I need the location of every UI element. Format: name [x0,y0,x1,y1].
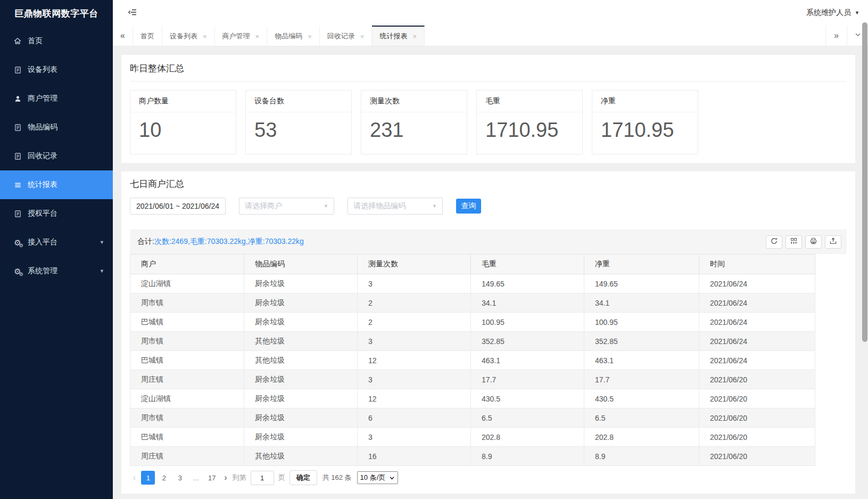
table-cell: 17.7 [471,370,584,389]
sidebar-item-access-platform[interactable]: ⚙⚙ 接入平台 ▼ [0,228,113,257]
table-cell: 周庄镇 [130,370,244,389]
table-cell: 34.1 [471,293,584,313]
sidebar: 巨鼎物联网数字平台 首页 设备列表 商户管理 物品编码 回收记录 统计报表 授权… [0,0,113,499]
table-toolbar: 合计: 次数:2469,毛重:70303.22kg,净重:70303.22kg [130,230,847,254]
table-cell: 17.7 [584,370,699,389]
item-code-select[interactable]: 请选择物品编码 ▼ [348,198,443,215]
user-menu[interactable]: 系统维护人员 ▼ [806,8,859,18]
page-button-3[interactable]: 3 [173,471,187,485]
page-size-select[interactable]: 10 条/页 [357,471,399,484]
table-cell: 12 [358,351,471,370]
yesterday-summary-card: 昨日整体汇总 商户数量 10 设备台数 53 测量次数 231 毛重 1710.… [121,55,855,163]
sidebar-item-merchant-management[interactable]: 商户管理 [0,84,113,113]
column-header-5: 时间 [699,255,815,274]
table-row-7: 周市镇厨余垃圾66.56.52021/06/20 [130,408,815,428]
sidebar-item-recycle-records[interactable]: 回收记录 [0,142,113,170]
table-cell: 2021/06/24 [699,332,815,351]
main-area: 系统维护人员 ▼ « 首页 设备列表 × 商户管理 × 物品编码 × 回收记录 … [113,0,868,499]
table-cell: 8.9 [584,447,699,466]
refresh-icon [770,237,778,247]
tabs-scroll-right-button[interactable]: » [825,26,847,46]
pagination-ellipsis: ... [189,471,203,485]
table-cell: 2021/06/20 [699,408,815,428]
table-cell: 2021/06/20 [699,389,815,408]
open-tabs: 首页 设备列表 × 商户管理 × 物品编码 × 回收记录 × 统计报表 × [133,26,825,46]
table-row-6: 淀山湖镇厨余垃圾12430.5430.52021/06/20 [130,389,815,408]
toolbar-buttons [766,235,841,249]
sidebar-item-home[interactable]: 首页 [0,27,113,55]
print-button[interactable] [805,235,822,249]
menu-icon [13,180,22,190]
table-cell: 3 [358,370,471,389]
vertical-scrollbar[interactable] [862,22,867,342]
search-button[interactable]: 查询 [456,199,481,214]
prev-page-button[interactable]: ‹ [132,473,137,482]
table-cell: 周庄镇 [130,447,244,466]
table-cell: 352.85 [584,332,699,351]
close-icon[interactable]: × [255,32,260,40]
column-header-4: 净重 [584,255,699,274]
table-cell: 淀山湖镇 [130,389,244,408]
chevron-down-icon: ▼ [432,203,437,209]
table-cell: 厨余垃圾 [244,274,358,293]
tab-item-code[interactable]: 物品编码 × [267,26,320,46]
gears-icon: ⚙⚙ [13,238,22,247]
column-header-3: 毛重 [471,255,584,274]
table-cell: 周市镇 [130,408,244,428]
home-icon [13,36,22,46]
collapse-menu-icon [128,8,137,18]
table-cell: 352.85 [471,332,584,351]
tab-recycle-records[interactable]: 回收记录 × [320,26,373,46]
page-button-17[interactable]: 17 [205,471,219,485]
export-button[interactable] [825,235,841,249]
tab-statistics-report[interactable]: 统计报表 × [372,26,425,46]
sidebar-item-authorized-platform[interactable]: 授权平台 [0,199,113,228]
table-cell: 其他垃圾 [244,332,358,351]
table-cell: 8.9 [471,447,584,466]
table-cell: 厨余垃圾 [244,428,358,447]
table-cell: 巴城镇 [130,351,244,370]
refresh-button[interactable] [766,235,782,249]
date-range-input[interactable] [130,198,226,215]
table-row-9: 周庄镇其他垃圾168.98.92021/06/20 [130,447,815,466]
close-icon[interactable]: × [360,32,365,40]
stat-card-2: 测量次数 231 [361,90,467,154]
table-cell: 2021/06/24 [699,274,815,293]
sidebar-item-device-list[interactable]: 设备列表 [0,55,113,84]
table-cell: 3 [358,274,471,293]
table-cell: 463.1 [584,351,699,370]
stat-card-0: 商户数量 10 [130,90,236,154]
column-header-2: 测量次数 [358,255,471,274]
sidebar-item-item-code[interactable]: 物品编码 [0,113,113,142]
table-cell: 其他垃圾 [244,447,358,466]
collapse-sidebar-button[interactable] [128,8,137,18]
page-button-2[interactable]: 2 [157,471,171,485]
page-unit-label: 页 [278,473,285,482]
table-cell: 100.95 [471,313,584,332]
page-button-1[interactable]: 1 [141,471,155,485]
sidebar-item-statistics-report[interactable]: 统计报表 [0,170,113,199]
tab-home[interactable]: 首页 [133,26,162,46]
close-icon[interactable]: × [308,32,312,40]
print-icon [809,237,817,247]
next-page-button[interactable]: › [223,473,228,482]
summary-title: 昨日整体汇总 [130,62,847,81]
goto-page-input[interactable] [251,471,274,485]
top-header: 系统维护人员 ▼ [113,0,868,26]
tab-device-list[interactable]: 设备列表 × [162,26,215,46]
table-cell: 2021/06/20 [699,428,815,447]
tabs-scroll-left-button[interactable]: « [113,26,133,46]
table-row-2: 巴城镇厨余垃圾2100.95100.952021/06/24 [130,313,815,332]
confirm-page-button[interactable]: 确定 [290,470,317,485]
table-cell: 周市镇 [130,293,244,313]
columns-button[interactable] [786,235,802,249]
close-icon[interactable]: × [412,32,417,40]
table-cell: 巴城镇 [130,313,244,332]
tab-merchant-management[interactable]: 商户管理 × [215,26,268,46]
table-cell: 202.8 [584,428,699,447]
merchant-select[interactable]: 请选择商户 ▼ [239,198,334,215]
table-cell: 6.5 [584,408,699,428]
sidebar-item-system-management[interactable]: ⚙⚙ 系统管理 ▼ [0,257,113,285]
table-cell: 2 [358,313,471,332]
close-icon[interactable]: × [203,32,207,40]
